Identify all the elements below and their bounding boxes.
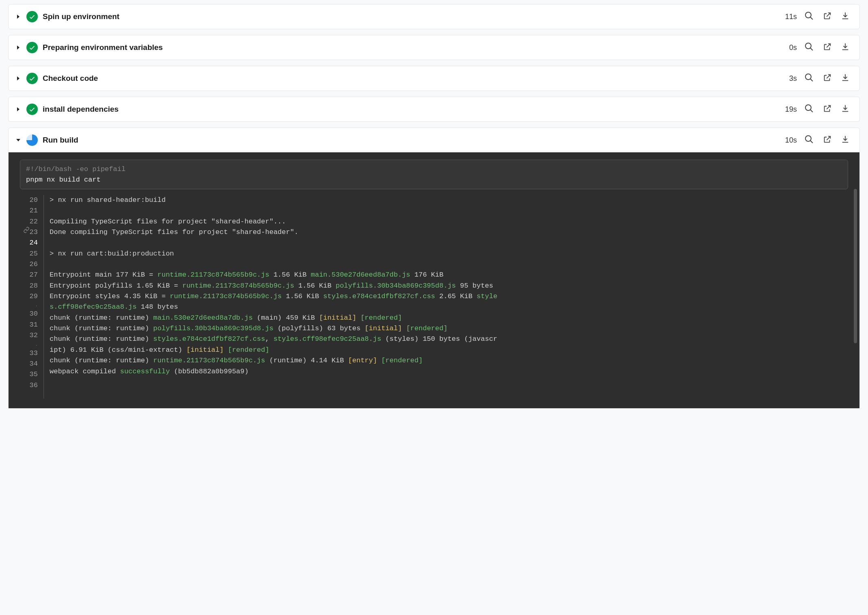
build-step: Checkout code3s bbox=[8, 66, 860, 91]
line-number[interactable]: . bbox=[20, 302, 38, 309]
download-logs-button[interactable] bbox=[841, 135, 850, 146]
success-check-icon bbox=[26, 104, 38, 115]
step-title: Run build bbox=[43, 136, 785, 145]
build-step: Preparing environment variables0s bbox=[8, 35, 860, 60]
svg-marker-12 bbox=[16, 139, 20, 141]
line-number[interactable]: 31 bbox=[20, 320, 38, 330]
running-spinner-icon bbox=[26, 134, 38, 146]
svg-point-7 bbox=[805, 74, 811, 80]
scrollbar[interactable] bbox=[854, 189, 857, 343]
line-number[interactable]: 21 bbox=[20, 206, 38, 216]
step-duration: 0s bbox=[789, 43, 797, 52]
log-line: chunk (runtime: runtime) styles.e784ce1d… bbox=[50, 334, 840, 344]
search-logs-button[interactable] bbox=[804, 42, 814, 54]
step-header[interactable]: Run build10s bbox=[9, 128, 859, 152]
step-duration: 11s bbox=[785, 13, 797, 21]
open-external-button[interactable] bbox=[823, 104, 832, 115]
caret-right-icon[interactable] bbox=[13, 74, 23, 83]
step-title: Checkout code bbox=[43, 74, 789, 83]
log-line: webpack compiled successfully (bb5db882a… bbox=[50, 366, 840, 377]
log-line bbox=[50, 206, 840, 216]
step-header[interactable]: Checkout code3s bbox=[9, 66, 859, 91]
svg-point-10 bbox=[805, 105, 811, 110]
step-header[interactable]: Preparing environment variables0s bbox=[9, 35, 859, 60]
svg-line-11 bbox=[810, 110, 813, 112]
svg-line-14 bbox=[810, 141, 813, 143]
line-number[interactable]: 28 bbox=[20, 281, 38, 291]
log-line bbox=[50, 259, 840, 270]
download-logs-button[interactable] bbox=[841, 11, 850, 22]
step-header[interactable]: Spin up environment11s bbox=[9, 4, 859, 29]
step-actions bbox=[804, 42, 850, 54]
line-number[interactable]: 24 bbox=[20, 238, 38, 248]
line-number[interactable]: 22 bbox=[20, 217, 38, 227]
shebang-line: #!/bin/bash -eo pipefail bbox=[26, 164, 842, 175]
svg-marker-9 bbox=[17, 107, 20, 111]
build-step: Spin up environment11s bbox=[8, 4, 860, 29]
search-logs-button[interactable] bbox=[804, 11, 814, 23]
open-external-button[interactable] bbox=[823, 135, 832, 146]
log-line bbox=[50, 238, 840, 248]
line-number[interactable]: 27 bbox=[20, 270, 38, 280]
line-number[interactable]: 30 bbox=[20, 309, 38, 319]
success-check-icon bbox=[26, 73, 38, 84]
line-number[interactable]: 35 bbox=[20, 369, 38, 380]
success-check-icon bbox=[26, 42, 38, 53]
svg-line-8 bbox=[810, 79, 813, 81]
step-title: Preparing environment variables bbox=[43, 43, 789, 52]
line-number[interactable]: 33 bbox=[20, 348, 38, 359]
step-header[interactable]: install dependencies19s bbox=[9, 97, 859, 121]
log-line: > nx run cart:build:production bbox=[50, 249, 840, 259]
line-number[interactable]: 20 bbox=[20, 195, 38, 206]
log-line: Entrypoint polyfills 1.65 KiB = runtime.… bbox=[50, 281, 840, 291]
line-number[interactable]: 34 bbox=[20, 359, 38, 369]
build-step: Run build10s#!/bin/bash -eo pipefailpnpm… bbox=[8, 128, 860, 409]
svg-marker-3 bbox=[17, 45, 20, 50]
step-duration: 19s bbox=[785, 105, 797, 114]
log-line: s.cff98efec9c25aa8.js 148 bytes bbox=[50, 302, 840, 312]
line-number[interactable]: 29 bbox=[20, 291, 38, 302]
log-line: Entrypoint main 177 KiB = runtime.21173c… bbox=[50, 270, 840, 280]
open-external-button[interactable] bbox=[823, 73, 832, 84]
download-logs-button[interactable] bbox=[841, 42, 850, 53]
step-duration: 10s bbox=[785, 136, 797, 145]
log-line: ipt) 6.91 KiB (css/mini-extract) [initia… bbox=[50, 345, 840, 355]
terminal-output: #!/bin/bash -eo pipefailpnpm nx build ca… bbox=[9, 152, 859, 408]
search-logs-button[interactable] bbox=[804, 104, 814, 115]
download-logs-button[interactable] bbox=[841, 104, 850, 115]
caret-right-icon[interactable] bbox=[13, 104, 23, 114]
line-number[interactable]: 32 bbox=[20, 330, 38, 341]
download-logs-button[interactable] bbox=[841, 73, 850, 84]
step-title: Spin up environment bbox=[43, 12, 785, 21]
permalink-icon[interactable] bbox=[23, 227, 30, 235]
log-lines: > nx run shared-header:build Compiling T… bbox=[50, 195, 848, 398]
line-number[interactable]: 26 bbox=[20, 259, 38, 270]
gutter-divider bbox=[43, 195, 44, 398]
line-number[interactable]: 25 bbox=[20, 249, 38, 259]
search-logs-button[interactable] bbox=[804, 73, 814, 84]
svg-point-13 bbox=[805, 136, 811, 141]
log-line bbox=[50, 377, 840, 388]
open-external-button[interactable] bbox=[823, 42, 832, 53]
svg-point-1 bbox=[805, 12, 811, 18]
caret-right-icon[interactable] bbox=[13, 43, 23, 52]
caret-down-icon[interactable] bbox=[13, 135, 23, 145]
caret-right-icon[interactable] bbox=[13, 12, 23, 22]
svg-marker-0 bbox=[17, 15, 20, 19]
command-line: pnpm nx build cart bbox=[26, 175, 842, 185]
line-number-gutter: 20212223242526272829.303132.33343536 bbox=[20, 195, 43, 398]
log-line: > nx run shared-header:build bbox=[50, 195, 840, 206]
svg-line-5 bbox=[810, 48, 813, 50]
step-title: install dependencies bbox=[43, 105, 785, 114]
step-actions bbox=[804, 11, 850, 23]
log-line: Compiling TypeScript files for project "… bbox=[50, 217, 840, 227]
line-number[interactable]: . bbox=[20, 341, 38, 348]
step-duration: 3s bbox=[789, 74, 797, 83]
line-number[interactable]: 36 bbox=[20, 380, 38, 391]
log-line bbox=[50, 388, 840, 398]
build-step: install dependencies19s bbox=[8, 97, 860, 122]
log-line: chunk (runtime: runtime) runtime.21173c8… bbox=[50, 355, 840, 366]
step-actions bbox=[804, 104, 850, 115]
search-logs-button[interactable] bbox=[804, 134, 814, 146]
open-external-button[interactable] bbox=[823, 11, 832, 22]
